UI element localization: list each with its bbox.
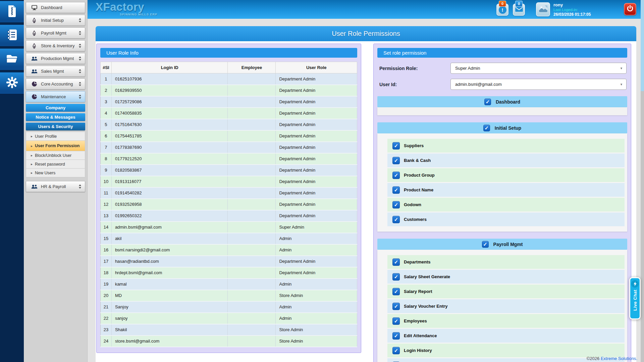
table-row[interactable]: 201629939550Department Admin (101, 85, 357, 96)
table-row[interactable]: 23ShakilStore Admin (101, 324, 357, 336)
page-title: User Role Permissions (96, 26, 636, 41)
checkbox-checked-icon[interactable]: ✓ (392, 216, 400, 223)
table-row[interactable]: 1101914540282Department Admin (101, 187, 357, 199)
sidebar-item-maintenance[interactable]: Maintenance (26, 91, 85, 102)
rail-archive-button[interactable] (0, 1, 24, 23)
app-icon-rail (0, 0, 24, 362)
checkbox-checked-icon[interactable]: ✓ (392, 273, 400, 281)
checkbox-checked-icon[interactable]: ✓ (392, 172, 400, 179)
sidebar-item-sales-mgmt[interactable]: Sales Mgmt (26, 66, 85, 77)
sidebar-item-user-form-permission[interactable]: ▸User Form Permission (26, 141, 85, 151)
table-row[interactable]: 22sanjoyAdmin (101, 313, 357, 324)
permission-item-label: Bank & Cash (404, 158, 431, 163)
table-row[interactable]: 14admin.bsml@gmail.comSuper Admin (101, 222, 357, 233)
checkbox-checked-icon[interactable]: ✓ (484, 99, 491, 105)
sidebar-item-core-accounting[interactable]: Core Accounting (26, 78, 85, 89)
table-row[interactable]: 701778387690Department Admin (101, 142, 357, 153)
rail-notes-button[interactable] (0, 25, 24, 47)
envelope-icon (515, 6, 523, 13)
people-icon (30, 69, 38, 74)
checkbox-checked-icon[interactable]: ✓ (392, 332, 400, 340)
sidebar-subitem-label: New Users (35, 171, 85, 175)
table-cell: 01992650322 (111, 210, 228, 222)
table-row[interactable]: 24store.bsml@gmail.comStore Admin (101, 336, 357, 347)
table-cell: Sanjoy (111, 301, 228, 313)
table-row[interactable]: 1301992650322Department Admin (101, 210, 357, 222)
table-row[interactable]: 16bsml.narsingdi2@gmail.comAdmin (101, 244, 357, 256)
people-icon (30, 184, 38, 189)
sidebar-item-label: Sales Mgmt (41, 69, 78, 74)
table-cell (228, 165, 276, 176)
table-row[interactable]: 19kamalAdmin (101, 279, 357, 290)
page-scrollbar-thumb[interactable] (641, 0, 644, 91)
table-row[interactable]: 101625107936Department Admin (101, 73, 357, 85)
table-row[interactable]: 17hasan@radiantbd.comDepartment Admin (101, 256, 357, 267)
sidebar-item-company[interactable]: Company (26, 104, 85, 112)
extreme-solutions-link[interactable]: Extreme Solutions (601, 356, 636, 361)
messages-button[interactable]: 0 (513, 4, 525, 16)
checkbox-checked-icon[interactable]: ✓ (392, 258, 400, 266)
sidebar-item-reset-password[interactable]: ▸Reset password (26, 160, 85, 169)
table-row[interactable]: 15akilAdmin (101, 233, 357, 244)
sidebar-subitem-label: Block/Unblock User (35, 153, 85, 158)
content-card: User Role Permissions User Role Info #Sl… (96, 26, 636, 362)
table-cell: 8 (101, 153, 112, 165)
sidebar-item-notice-messages[interactable]: Notice & Messages (26, 113, 85, 121)
sidebar-item-initial-setup[interactable]: Initial Setup (26, 15, 85, 26)
table-cell: 01820583867 (111, 165, 228, 176)
sidebar-item-store-inventory[interactable]: Store & Inventory (26, 40, 85, 51)
checkbox-checked-icon[interactable]: ✓ (392, 142, 400, 149)
user-id-select[interactable]: admin.bsml@gmail.com ▼ (450, 79, 627, 90)
checkbox-checked-icon[interactable]: ✓ (392, 201, 400, 208)
sidebar-item-production-mgmt[interactable]: Production Mgmt (26, 53, 85, 64)
table-row[interactable]: 401740058835Department Admin (101, 108, 357, 119)
caret-right-icon: ▸ (31, 154, 33, 157)
sidebar-item-users-security[interactable]: Users & Security (26, 123, 85, 130)
table-row[interactable]: 21SanjoyAdmin (101, 301, 357, 313)
power-icon (627, 5, 634, 13)
page-scrollbar-track[interactable] (641, 0, 644, 362)
logout-button[interactable] (624, 3, 636, 15)
table-row[interactable]: 1201932526958Department Admin (101, 199, 357, 210)
table-row[interactable]: 801779212520Department Admin (101, 153, 357, 165)
checkbox-checked-icon[interactable]: ✓ (392, 157, 400, 164)
permission-item-label: Salary Report (404, 289, 432, 294)
sidebar-item-new-users[interactable]: ▸New Users (26, 169, 85, 177)
sidebar-item-hr-payroll[interactable]: HR & Payroll (26, 181, 85, 192)
chevron-down-icon: ▼ (620, 67, 623, 70)
checkbox-checked-icon[interactable]: ✓ (392, 186, 400, 194)
checkbox-checked-icon[interactable]: ✓ (392, 317, 400, 325)
permission-item-edit-attendance: ✓Edit Attendance (387, 329, 625, 343)
checkbox-checked-icon[interactable]: ✓ (392, 303, 400, 310)
expand-arrows-icon (78, 56, 82, 61)
permission-group-body: ✓Departments✓Salary Sheet Generate✓Salar… (377, 250, 627, 362)
table-row[interactable]: 601754451785Department Admin (101, 130, 357, 142)
rail-folder-button[interactable] (0, 49, 24, 70)
user-name: rony (553, 3, 591, 7)
sidebar-item-block-unblock-user[interactable]: ▸Block/Unblock User (26, 151, 85, 160)
table-cell: 9 (101, 165, 112, 176)
table-cell: 15 (101, 233, 112, 244)
table-cell: kamal (111, 279, 228, 290)
table-row[interactable]: 20MDStore Admin (101, 290, 357, 301)
table-row[interactable]: 901820583867Department Admin (101, 165, 357, 176)
sidebar-item-user-profile[interactable]: ▸User Profile (26, 132, 85, 141)
sidebar-item-payroll-mgmt[interactable]: Payroll Mgmt (26, 27, 85, 39)
alerts-button[interactable]: 0 ! (496, 4, 508, 16)
table-cell: Department Admin (276, 267, 357, 279)
checkbox-checked-icon[interactable]: ✓ (392, 288, 400, 295)
table-row[interactable]: 501751647630Department Admin (101, 119, 357, 130)
sidebar-item-dashboard[interactable]: Dashboard (26, 2, 85, 13)
checkbox-checked-icon[interactable]: ✓ (392, 347, 400, 354)
table-row[interactable]: 301725729086Department Admin (101, 96, 357, 108)
table-cell: Department Admin (276, 165, 357, 176)
live-chat-tab[interactable]: Live Chat (629, 277, 641, 319)
user-avatar-button[interactable] (536, 2, 550, 16)
permission-role-select[interactable]: Super Admin ▼ (450, 63, 627, 74)
rail-settings-button[interactable] (0, 72, 24, 94)
table-row[interactable]: 18hrdept.bsml@gmail.comDepartment Admin (101, 267, 357, 279)
checkbox-checked-icon[interactable]: ✓ (483, 125, 490, 131)
alerts-badge: 0 (499, 1, 506, 7)
table-row[interactable]: 1001913116077Department Admin (101, 176, 357, 187)
checkbox-checked-icon[interactable]: ✓ (482, 241, 489, 248)
